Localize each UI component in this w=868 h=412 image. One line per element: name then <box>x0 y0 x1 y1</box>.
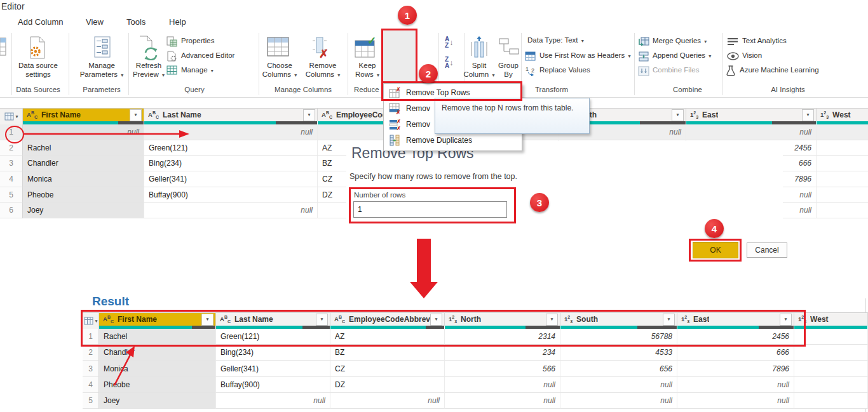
table-cell[interactable]: Monica <box>23 171 144 187</box>
manage-parameters-button[interactable] <box>92 36 112 61</box>
table-cell[interactable]: 4533 <box>560 345 677 361</box>
row-number[interactable]: 2 <box>83 345 99 361</box>
column-filter-dropdown[interactable]: ▾ <box>130 109 142 121</box>
table-cell[interactable] <box>817 187 868 203</box>
tab-view[interactable]: View <box>86 17 104 27</box>
table-cell[interactable]: Bing(234) <box>216 345 330 361</box>
table-cell[interactable]: null <box>23 124 144 140</box>
table-cell[interactable] <box>817 124 868 140</box>
table-cell[interactable]: null <box>216 393 330 409</box>
group-by-label[interactable]: Group By <box>495 61 522 79</box>
number-of-rows-input[interactable] <box>353 201 507 218</box>
column-filter-dropdown[interactable]: ▾ <box>802 109 814 121</box>
menu-item-remove-duplicates[interactable]: + Remove Duplicates <box>384 132 522 148</box>
row-number[interactable]: 4 <box>83 377 99 393</box>
column-header-employeecodeabbrevaition[interactable]: ABCEmployeeCodeAbbrevaition▾ <box>330 312 445 326</box>
table-cell[interactable]: 566 <box>445 361 560 377</box>
sort-descending-button[interactable]: ZA ↓ <box>445 56 453 69</box>
column-header-last-name[interactable]: ABCLast Name▾ <box>144 108 318 121</box>
select-all-corner[interactable]: ▾ <box>0 108 23 124</box>
column-filter-dropdown[interactable]: ▾ <box>430 314 442 326</box>
table-cell[interactable]: BZ <box>330 345 445 361</box>
refresh-preview-label[interactable]: Refresh Preview ▾ <box>131 61 166 80</box>
column-header-south[interactable]: 123South▾ <box>560 312 677 326</box>
table-cell[interactable]: Joey <box>99 393 216 409</box>
choose-columns-label[interactable]: Choose Columns ▾ <box>261 61 299 80</box>
column-header-north[interactable]: 123North▾ <box>445 312 560 326</box>
table-cell[interactable]: Green(121) <box>216 329 330 345</box>
row-number[interactable]: 3 <box>0 156 23 171</box>
table-cell[interactable]: Chandler <box>99 345 216 361</box>
table-cell[interactable]: DZ <box>330 377 445 393</box>
table-cell[interactable]: null <box>445 377 560 393</box>
row-number[interactable]: 5 <box>83 393 99 409</box>
table-cell[interactable]: null <box>560 377 677 393</box>
table-cell[interactable]: null <box>677 377 794 393</box>
table-cell[interactable]: null <box>560 393 677 409</box>
table-cell[interactable]: CZ <box>330 361 445 377</box>
table-cell[interactable] <box>794 361 868 377</box>
manage-parameters-label[interactable]: Manage Parameters ▾ <box>78 61 126 80</box>
table-cell[interactable]: null <box>144 124 318 140</box>
column-filter-dropdown[interactable]: ▾ <box>663 314 675 326</box>
table-cell[interactable] <box>794 345 868 361</box>
split-column-button[interactable] <box>468 36 490 61</box>
table-cell[interactable] <box>817 203 868 218</box>
table-cell[interactable]: Monica <box>99 361 216 377</box>
table-cell[interactable] <box>817 171 868 187</box>
data-source-settings-label[interactable]: Data source settings <box>13 61 64 79</box>
table-cell[interactable]: 56788 <box>560 329 677 345</box>
table-cell[interactable]: Rachel <box>23 140 144 156</box>
row-number[interactable]: 3 <box>83 361 99 377</box>
group-by-button[interactable] <box>498 37 520 60</box>
choose-columns-button[interactable] <box>267 37 290 60</box>
data-source-settings-button[interactable] <box>27 36 48 62</box>
row-number[interactable]: 4 <box>0 171 23 187</box>
table-cell[interactable] <box>794 393 868 409</box>
table-cell[interactable]: null <box>686 124 817 140</box>
column-filter-dropdown[interactable]: ▾ <box>303 109 315 121</box>
column-header-west[interactable]: 123West <box>817 108 868 121</box>
column-filter-dropdown[interactable]: ▾ <box>201 314 214 326</box>
column-filter-dropdown[interactable]: ▾ <box>672 109 684 121</box>
table-cell[interactable]: Green(121) <box>144 140 318 156</box>
table-cell[interactable]: 234 <box>445 345 560 361</box>
column-filter-dropdown[interactable]: ▾ <box>546 314 558 326</box>
table-cell[interactable]: Buffay(900) <box>216 377 330 393</box>
table-cell[interactable]: 656 <box>560 361 677 377</box>
column-filter-dropdown[interactable]: ▾ <box>780 314 792 326</box>
table-cell[interactable]: Pheobe <box>99 377 216 393</box>
column-header-last-name[interactable]: ABCLast Name▾ <box>216 312 330 326</box>
column-header-west[interactable]: 123West <box>794 312 868 326</box>
table-cell[interactable]: Joey <box>23 203 144 218</box>
tab-tools[interactable]: Tools <box>126 17 146 27</box>
table-cell[interactable]: Rachel <box>99 329 216 345</box>
refresh-preview-button[interactable] <box>137 35 160 63</box>
row-number[interactable]: 6 <box>0 203 23 218</box>
table-cell[interactable]: null <box>330 393 445 409</box>
table-cell[interactable] <box>794 377 868 393</box>
column-header-east[interactable]: 123East▾ <box>677 312 794 326</box>
tab-help[interactable]: Help <box>169 17 186 27</box>
column-header-first-name[interactable]: ABCFirst Name▾ <box>23 108 144 121</box>
ok-button[interactable]: OK <box>693 242 738 258</box>
row-number[interactable]: 5 <box>0 187 23 203</box>
keep-rows-button[interactable]: ✓ <box>355 35 379 62</box>
row-number[interactable]: 1 <box>83 329 99 345</box>
sort-ascending-button[interactable]: AZ ↓ <box>445 36 453 49</box>
table-cell[interactable]: Bing(234) <box>144 156 318 171</box>
table-cell[interactable]: AZ <box>330 329 445 345</box>
table-cell[interactable]: Buffay(900) <box>144 187 318 203</box>
column-header-east[interactable]: 123East▾ <box>686 108 817 121</box>
table-cell[interactable]: 666 <box>677 345 794 361</box>
remove-columns-button[interactable]: ✗ <box>311 37 333 61</box>
table-cell[interactable] <box>817 156 868 171</box>
table-cell[interactable]: 2314 <box>445 329 560 345</box>
tab-add-column[interactable]: Add Column <box>18 17 64 27</box>
table-cell[interactable]: Geller(341) <box>216 361 330 377</box>
table-cell[interactable]: 7896 <box>677 361 794 377</box>
table-cell[interactable]: 2456 <box>677 329 794 345</box>
keep-rows-label[interactable]: Keep Rows ▾ <box>353 61 381 80</box>
column-filter-dropdown[interactable]: ▾ <box>316 314 328 326</box>
select-all-corner[interactable]: ▾ <box>83 312 99 329</box>
